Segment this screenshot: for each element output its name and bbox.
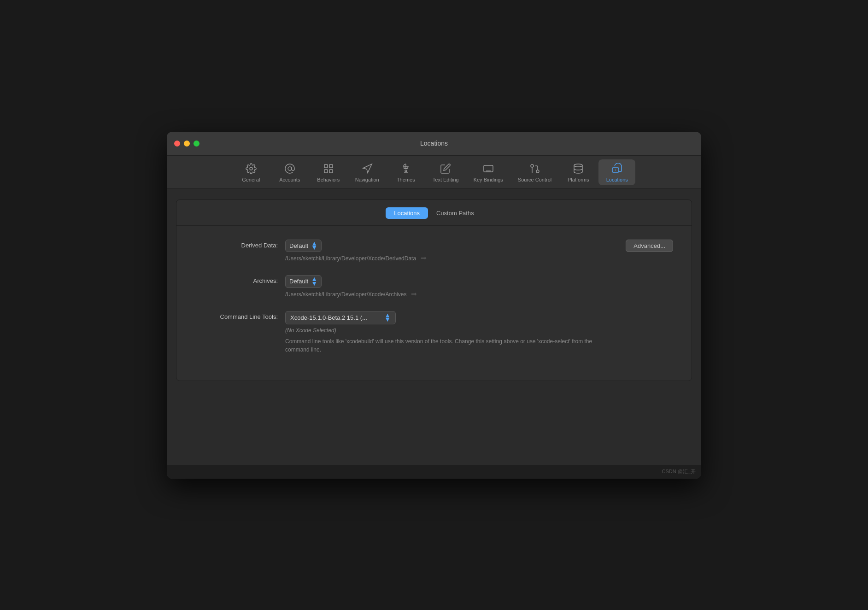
archives-select[interactable]: Default ▲▼ xyxy=(285,275,322,288)
toolbar: General Accounts Behaviors xyxy=(167,156,701,188)
derived-data-value: Default xyxy=(289,242,308,249)
svg-rect-4 xyxy=(324,170,328,173)
svg-point-0 xyxy=(250,167,252,170)
archives-label: Archives: xyxy=(195,275,278,284)
archives-path: /Users/sketchk/Library/Developer/Xcode/A… xyxy=(285,291,406,298)
platforms-icon xyxy=(572,162,585,175)
toolbar-item-key-bindings[interactable]: Key Bindings xyxy=(467,159,510,185)
derived-data-label: Derived Data: xyxy=(195,240,278,249)
command-line-tools-row: Command Line Tools: Xcode-15.1.0-Beta.2 … xyxy=(195,311,673,354)
toolbar-label-themes: Themes xyxy=(397,177,415,182)
navigation-icon xyxy=(361,162,374,175)
toolbar-label-platforms: Platforms xyxy=(568,177,589,182)
derived-data-content: Default ▲▼ Advanced... /Users/sketchk/Li… xyxy=(285,240,673,263)
derived-data-row: Derived Data: Default ▲▼ Advanced... /Us… xyxy=(195,240,673,263)
command-line-tools-select[interactable]: Xcode-15.1.0-Beta.2 15.1 (... ▲▼ xyxy=(285,311,396,325)
bottom-bar: CSDN @汇_开 xyxy=(167,465,701,479)
command-line-tools-label: Command Line Tools: xyxy=(195,311,278,320)
derived-data-select[interactable]: Default ▲▼ xyxy=(285,240,322,252)
text-editing-icon xyxy=(439,162,452,175)
chevron-updown-icon2: ▲▼ xyxy=(311,277,317,286)
toolbar-label-general: General xyxy=(242,177,260,182)
toolbar-label-navigation: Navigation xyxy=(355,177,379,182)
form-area: Derived Data: Default ▲▼ Advanced... /Us… xyxy=(176,226,692,381)
toolbar-item-source-control[interactable]: Source Control xyxy=(511,159,558,185)
source-control-icon xyxy=(528,162,541,175)
svg-rect-2 xyxy=(324,164,328,168)
gear-icon xyxy=(245,162,258,175)
svg-marker-6 xyxy=(363,164,372,173)
archives-content: Default ▲▼ /Users/sketchk/Library/Develo… xyxy=(285,275,673,298)
themes-icon xyxy=(399,162,412,175)
settings-panel: Locations Custom Paths Derived Data: Def… xyxy=(176,199,692,381)
toolbar-item-platforms[interactable]: Platforms xyxy=(560,159,597,185)
tab-bar: Locations Custom Paths xyxy=(176,200,692,226)
window-title: Locations xyxy=(420,140,448,147)
toolbar-item-accounts[interactable]: Accounts xyxy=(271,159,308,185)
toolbar-label-text-editing: Text Editing xyxy=(433,177,459,182)
locations-icon xyxy=(610,162,623,175)
derived-data-arrow-icon[interactable]: ⮕ xyxy=(421,255,427,262)
key-bindings-icon xyxy=(482,162,495,175)
chevron-updown-icon3: ▲▼ xyxy=(384,313,391,323)
command-line-tools-content: Xcode-15.1.0-Beta.2 15.1 (... ▲▼ (No Xco… xyxy=(285,311,673,354)
bottom-text: CSDN @汇_开 xyxy=(662,468,696,475)
derived-data-path: /Users/sketchk/Library/Developer/Xcode/D… xyxy=(285,255,416,262)
toolbar-label-behaviors: Behaviors xyxy=(317,177,340,182)
archives-path-row: /Users/sketchk/Library/Developer/Xcode/A… xyxy=(285,291,673,298)
svg-point-1 xyxy=(288,167,292,170)
close-button[interactable] xyxy=(174,141,180,147)
at-icon xyxy=(283,162,296,175)
minimize-button[interactable] xyxy=(184,141,190,147)
archives-arrow-icon[interactable]: ⮕ xyxy=(411,291,417,298)
toolbar-label-accounts: Accounts xyxy=(279,177,300,182)
no-xcode-text: (No Xcode Selected) xyxy=(285,327,673,334)
traffic-lights xyxy=(174,141,199,147)
svg-point-7 xyxy=(405,170,407,172)
toolbar-item-text-editing[interactable]: Text Editing xyxy=(426,159,465,185)
svg-rect-3 xyxy=(329,164,333,168)
svg-rect-5 xyxy=(329,170,333,173)
toolbar-item-navigation[interactable]: Navigation xyxy=(349,159,386,185)
toolbar-item-themes[interactable]: Themes xyxy=(387,159,424,185)
archives-row: Archives: Default ▲▼ /Users/sketchk/Libr… xyxy=(195,275,673,298)
toolbar-label-locations: Locations xyxy=(606,177,628,182)
titlebar: Locations xyxy=(167,132,701,156)
svg-point-12 xyxy=(574,164,582,167)
tab-locations[interactable]: Locations xyxy=(386,207,428,219)
toolbar-item-locations[interactable]: Locations xyxy=(598,159,635,185)
svg-point-10 xyxy=(531,164,534,167)
toolbar-item-general[interactable]: General xyxy=(233,159,270,185)
command-line-tools-value: Xcode-15.1.0-Beta.2 15.1 (... xyxy=(290,314,381,321)
tab-custom-paths[interactable]: Custom Paths xyxy=(428,207,482,219)
maximize-button[interactable] xyxy=(194,141,199,147)
toolbar-label-key-bindings: Key Bindings xyxy=(474,177,503,182)
toolbar-item-behaviors[interactable]: Behaviors xyxy=(310,159,347,185)
chevron-updown-icon: ▲▼ xyxy=(311,241,317,251)
content-area: Locations Custom Paths Derived Data: Def… xyxy=(167,188,701,465)
advanced-button[interactable]: Advanced... xyxy=(626,240,673,252)
toolbar-label-source-control: Source Control xyxy=(518,177,551,182)
archives-value: Default xyxy=(289,278,308,285)
derived-data-path-row: /Users/sketchk/Library/Developer/Xcode/D… xyxy=(285,255,673,262)
command-line-description: Command line tools like 'xcodebuild' wil… xyxy=(285,337,598,354)
svg-point-9 xyxy=(536,170,539,173)
behaviors-icon xyxy=(322,162,335,175)
main-window: Locations General Accounts xyxy=(167,132,701,479)
